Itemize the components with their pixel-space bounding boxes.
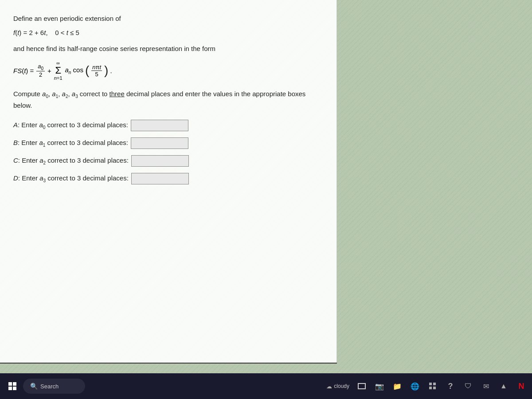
intro-text: Define an even periodic extension of	[13, 13, 323, 24]
windows-start-button[interactable]	[4, 377, 21, 395]
taskbar-search-bar[interactable]: 🔍 Search	[23, 379, 85, 394]
input-row-a0: A: Enter a0 correct to 3 decimal places:	[13, 120, 323, 131]
taskbar-shield-icon[interactable]: 🛡	[461, 379, 475, 393]
formula-dot: .	[110, 67, 112, 74]
input-a3[interactable]	[131, 173, 189, 184]
taskbar-n-icon[interactable]: N	[514, 379, 528, 393]
input-row-a3: D: Enter a3 correct to 3 decimal places:	[13, 173, 323, 184]
input-row-a1: B: Enter a1 correct to 3 decimal places:	[13, 137, 323, 149]
edge-symbol: 🌐	[411, 382, 419, 391]
taskbar-apps-icon[interactable]	[426, 379, 440, 393]
n-symbol: N	[519, 382, 524, 391]
shield-symbol: 🛡	[465, 382, 472, 390]
windows-icon	[8, 382, 16, 390]
label-a3: D: Enter a3 correct to 3 decimal places:	[13, 174, 129, 183]
formula-display: FS(t) = a0 2 + ∞ Σ n=1 an cos ( nπt 5 ) …	[13, 60, 323, 81]
f-italic: f(t) = 2 + 6t, 0 < t ≤ 5	[13, 27, 79, 38]
svg-rect-1	[433, 383, 436, 385]
an-label: an cos	[65, 66, 83, 75]
a0-denominator: 2	[38, 71, 43, 78]
a0-fraction: a0 2	[36, 63, 45, 78]
input-a1[interactable]	[131, 137, 188, 149]
input-row-a2: C: Enter a2 correct to 3 decimal places:	[13, 155, 323, 167]
question-mark-symbol: ?	[448, 382, 453, 391]
weather-widget: ☁ cloudy	[326, 383, 349, 390]
and-hence-text: and hence find its half-range cosine ser…	[13, 43, 323, 54]
input-a0[interactable]	[131, 120, 188, 131]
bottom-divider	[0, 363, 337, 364]
taskbar: 🔍 Search ☁ cloudy 📷 📁 🌐	[0, 373, 532, 399]
search-icon: 🔍	[30, 383, 38, 390]
function-definition: f(t) = 2 + 6t, 0 < t ≤ 5	[13, 27, 323, 38]
a0-numerator: a0	[36, 63, 45, 71]
camera-symbol: 📷	[375, 382, 384, 391]
plus-sign: +	[47, 67, 51, 74]
sigma-bottom: n=1	[54, 75, 63, 81]
mail-symbol: ✉	[483, 382, 489, 391]
compute-instruction: Compute a0, a1, a2, a3 correct to three …	[13, 89, 323, 111]
cos-fraction: nπt 5	[91, 64, 102, 78]
monitor-square	[358, 383, 366, 389]
taskbar-camera-icon[interactable]: 📷	[372, 379, 387, 393]
sigma-block: ∞ Σ n=1	[54, 60, 63, 81]
taskbar-help-icon[interactable]: ?	[443, 379, 458, 393]
weather-text: cloudy	[334, 383, 349, 389]
system-tray: 📷 📁 🌐 ? 🛡 ✉ ▲ N	[355, 379, 528, 393]
taskbar-arrow-icon[interactable]: ▲	[497, 379, 511, 393]
cos-denominator: 5	[94, 71, 99, 78]
folder-symbol: 📁	[393, 382, 402, 391]
search-label: Search	[40, 383, 59, 390]
label-a1: B: Enter a1 correct to 3 decimal places:	[13, 139, 128, 148]
content-panel: Define an even periodic extension of f(t…	[0, 0, 337, 364]
weather-icon: ☁	[326, 383, 332, 390]
input-a2[interactable]	[131, 155, 189, 167]
taskbar-monitor-icon[interactable]	[355, 379, 369, 393]
apps-grid-icon	[429, 383, 436, 390]
sigma-char: Σ	[55, 66, 61, 75]
taskbar-edge-icon[interactable]: 🌐	[408, 379, 422, 393]
svg-rect-2	[429, 387, 432, 389]
svg-rect-3	[433, 387, 436, 389]
fs-label: FS(t) =	[13, 67, 34, 74]
taskbar-folder-icon[interactable]: 📁	[390, 379, 404, 393]
right-paren: )	[104, 64, 108, 77]
svg-rect-0	[429, 383, 432, 385]
cos-numerator: nπt	[91, 64, 102, 71]
left-paren: (	[85, 64, 89, 77]
taskbar-mail-icon[interactable]: ✉	[479, 379, 493, 393]
label-a2: C: Enter a2 correct to 3 decimal places:	[13, 156, 129, 165]
label-a0: A: Enter a0 correct to 3 decimal places:	[13, 121, 128, 130]
arrow-symbol: ▲	[500, 382, 507, 390]
